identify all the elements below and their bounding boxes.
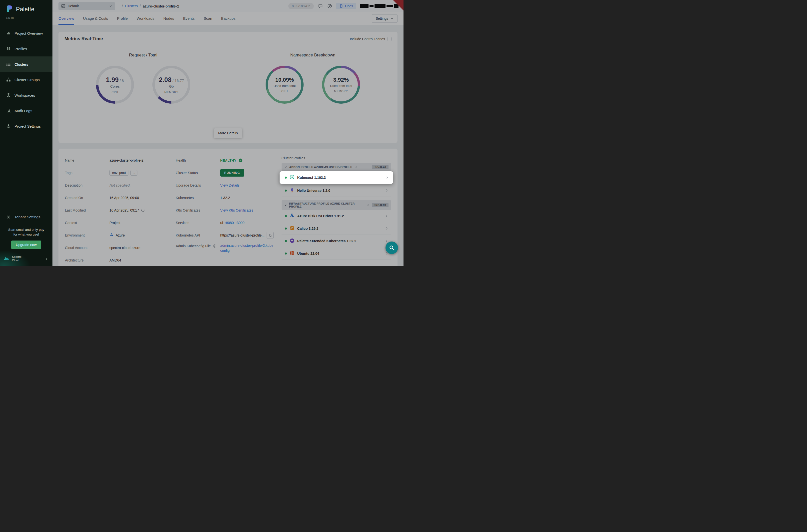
bar-chart-icon (6, 31, 11, 36)
sidebar-collapse-icon[interactable] (44, 257, 49, 261)
upgrade-button[interactable]: Upgrade now (11, 241, 41, 249)
sidebar-menu: Project Overview Profiles Clusters Clust… (0, 25, 53, 134)
brand-name: Palette (16, 6, 35, 13)
gear-icon (6, 124, 11, 129)
main-area: Default / Clusters / azure-cluster-profi… (53, 0, 404, 266)
sidebar-item-cluster-groups[interactable]: Cluster Groups (0, 72, 53, 88)
sidebar-item-audit-logs[interactable]: Audit Logs (0, 103, 53, 118)
search-fab-button[interactable] (386, 242, 398, 254)
corner-flag (393, 0, 404, 11)
profile-item-kubecost[interactable]: Kubecost 1.103.3 (280, 171, 393, 184)
sidebar-item-clusters[interactable]: Clusters (0, 56, 53, 72)
sidebar: Palette 4.6.18 Project Overview Profiles… (0, 0, 53, 266)
dim-overlay (53, 0, 404, 266)
kubecost-icon (289, 174, 295, 181)
list-icon (6, 62, 11, 67)
promo-text: Start small and only pay for what you us… (4, 227, 49, 237)
sidebar-item-profiles[interactable]: Profiles (0, 41, 53, 56)
spectro-cloud-logo-icon (3, 256, 10, 262)
audit-doc-icon (6, 108, 11, 113)
sidebar-item-project-overview[interactable]: Project Overview (0, 25, 53, 41)
app-root: Palette 4.6.18 Project Overview Profiles… (0, 0, 404, 266)
nodes-icon (6, 77, 11, 82)
footer-brand-text: Spectro Cloud (12, 255, 21, 262)
status-dot (285, 176, 287, 178)
sidebar-bottom: Tenant Settings Start small and only pay… (0, 209, 53, 266)
palette-logo-icon (5, 4, 14, 14)
sidebar-footer: Spectro Cloud (0, 253, 53, 266)
sidebar-item-project-settings[interactable]: Project Settings (0, 118, 53, 134)
app-version: 4.6.18 (6, 17, 53, 19)
chevron-right-icon (385, 176, 389, 179)
sidebar-item-tenant-settings[interactable]: Tenant Settings (0, 209, 53, 225)
brand: Palette (0, 0, 53, 14)
sidebar-item-workspaces[interactable]: Workspaces (0, 88, 53, 103)
layers-icon (6, 46, 11, 51)
magnifier-icon (389, 245, 395, 251)
ring-icon (6, 93, 11, 98)
tools-icon (6, 214, 11, 220)
